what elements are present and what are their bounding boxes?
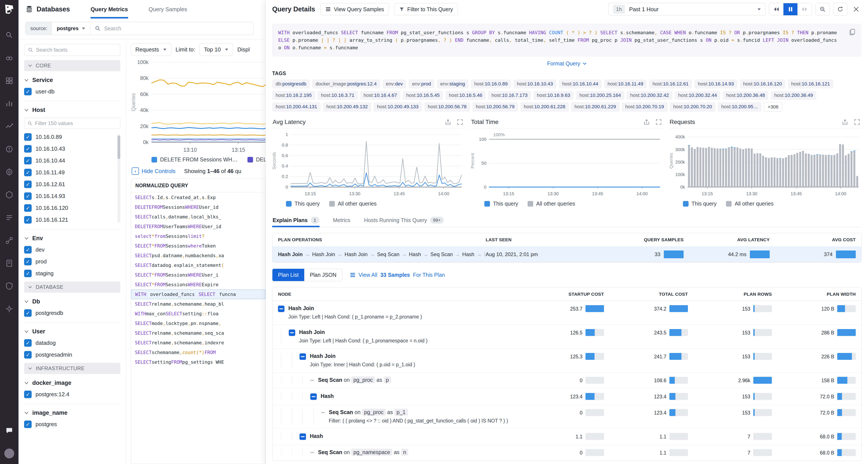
- legend-item[interactable]: DELETE: [247, 156, 266, 163]
- tag-pill[interactable]: host:10.16.3.71: [318, 91, 358, 100]
- legend-item[interactable]: All other queries: [329, 200, 377, 207]
- tag-pill[interactable]: host:10.16.14.93: [694, 80, 737, 88]
- checkbox-checked[interactable]: ✓: [24, 145, 32, 153]
- plan-row[interactable]: Hash Join→Hash Join→Hash Join→Seq Scan→H…: [272, 246, 861, 262]
- notebooks-icon[interactable]: [5, 259, 13, 267]
- tag-pill[interactable]: db:postgresdb: [272, 80, 310, 88]
- checkbox-checked[interactable]: ✓: [24, 88, 32, 95]
- normalized-query-row[interactable]: DELETE FROM Sessions WHERE User_id: [131, 202, 265, 212]
- tag-pill[interactable]: host:10.16.2.195: [272, 91, 315, 100]
- view-all-samples-link[interactable]: View All 33 Samples For This Plan: [350, 272, 445, 278]
- tag-pill[interactable]: env:staging: [437, 80, 468, 88]
- tag-pill[interactable]: host:10.200.95…: [718, 102, 762, 112]
- tag-pill[interactable]: host:10.200.56.79: [472, 102, 518, 112]
- tag-pill[interactable]: host:10.200.36.48: [723, 91, 768, 100]
- facet-value-dev[interactable]: ✓dev: [24, 246, 120, 253]
- export-icon[interactable]: [643, 119, 650, 125]
- normalized-query-row[interactable]: SELECT * FROM Sessions WHERE User_i: [131, 270, 265, 280]
- tag-pill[interactable]: host:10.200.49.133: [374, 102, 422, 112]
- normalized-query-row[interactable]: SELECT s. Id, s. Created_at, s. Exp: [131, 193, 265, 202]
- copy-icon[interactable]: [849, 28, 856, 36]
- tag-pill[interactable]: docker_image:postgres:12.4: [312, 80, 380, 88]
- normalized-query-row[interactable]: SELECT setting FROM pg_settings WHE: [131, 357, 265, 367]
- checkbox-checked[interactable]: ✓: [24, 258, 32, 265]
- tags-more-button[interactable]: +306: [764, 102, 782, 112]
- normalized-query-row[interactable]: SELECT psd.datname, numbackends, xa: [131, 251, 265, 260]
- tag-pill[interactable]: env:dev: [382, 80, 406, 88]
- checkbox-checked[interactable]: ✓: [24, 169, 32, 176]
- plan-node-row[interactable]: Hash JoinJoin Type: Inner | Hash Cond: (…: [272, 348, 861, 372]
- normalized-query-row[interactable]: SELECT relname, schemaname, indexre: [131, 338, 265, 347]
- tag-pill[interactable]: env:prod: [409, 80, 434, 88]
- expand-icon[interactable]: [655, 119, 662, 125]
- tag-pill[interactable]: host:10.200.44.131: [272, 102, 320, 112]
- search-icon[interactable]: [5, 31, 13, 39]
- normalized-query-row[interactable]: SELECT schemaname, count ( * ) FROM: [131, 347, 265, 357]
- legend-item[interactable]: This query: [286, 200, 320, 207]
- facet-value-10.16.0.89[interactable]: ✓10.16.0.89: [24, 133, 116, 141]
- normalized-query-row[interactable]: SELECT relname, schemaname, heap_bl: [131, 299, 265, 309]
- tag-pill[interactable]: host:10.200.61.228: [520, 102, 569, 112]
- facet-title-image_name[interactable]: image_name: [24, 409, 120, 416]
- watchdog-icon[interactable]: [5, 54, 13, 62]
- plan-node-row[interactable]: Seq Scan on pg_namespace as n01.1768.0 B: [272, 445, 861, 461]
- facet-value-postgresdb[interactable]: ✓postgresdb: [24, 309, 120, 317]
- plan-node-row[interactable]: Seq Scan on pg_proc as p_1Filter: ( ( pr…: [272, 405, 861, 429]
- facet-title-env[interactable]: Env: [24, 235, 120, 242]
- normalized-query-row[interactable]: SELECT calls, datname, local_blks_: [131, 212, 265, 222]
- time-range-select[interactable]: 1h Past 1 Hour: [609, 3, 766, 16]
- checkbox-checked[interactable]: ✓: [24, 421, 32, 428]
- search-input[interactable]: [104, 25, 249, 32]
- facet-title-db[interactable]: Db: [24, 298, 120, 305]
- limit-select[interactable]: Top 10: [199, 43, 233, 56]
- format-query-link[interactable]: Format Query: [547, 60, 587, 67]
- scrollbar[interactable]: [118, 134, 120, 223]
- collapse-node-icon[interactable]: [289, 330, 295, 336]
- monitors-icon[interactable]: [5, 145, 13, 153]
- normalized-query-row[interactable]: WITH overloaded_funcs SELECT funcna: [131, 289, 265, 299]
- facet-value-postgres[interactable]: ✓postgres: [24, 421, 120, 428]
- expand-icon[interactable]: [457, 119, 463, 125]
- facet-value-postgres:12.4[interactable]: ✓postgres:12.4: [24, 391, 120, 398]
- facet-value-datadog[interactable]: ✓datadog: [24, 339, 120, 347]
- close-panel-button[interactable]: [851, 3, 862, 16]
- facet-value-10.16.16.121[interactable]: ✓10.16.16.121: [24, 216, 116, 224]
- tag-pill[interactable]: host:10.16.4.67: [360, 91, 400, 100]
- checkbox-checked[interactable]: ✓: [24, 181, 32, 188]
- facet-value-10.16.11.49[interactable]: ✓10.16.11.49: [24, 169, 116, 176]
- facet-group-database[interactable]: DATABASE: [24, 281, 120, 293]
- hide-controls-button[interactable]: ‹ Hide Controls: [132, 167, 176, 175]
- tag-pill[interactable]: host:10.16.11.49: [604, 80, 647, 88]
- plan-node-row[interactable]: Seq Scan on pg_proc as p0108.62.96k158 B: [272, 372, 861, 389]
- tag-pill[interactable]: host:10.200.32.42: [627, 91, 673, 100]
- traces-icon[interactable]: [5, 122, 13, 130]
- facet-title-user[interactable]: User: [24, 328, 120, 335]
- tag-pill[interactable]: host:10.200.32.44: [675, 91, 720, 100]
- tag-pill[interactable]: host:10.16.10.43: [514, 80, 556, 88]
- metric-select[interactable]: Requests: [131, 43, 171, 56]
- checkbox-checked[interactable]: ✓: [24, 246, 32, 253]
- legend-item[interactable]: All other queries: [528, 200, 575, 207]
- facet-filter-input[interactable]: Filter 150 values: [24, 118, 120, 129]
- collapse-node-icon[interactable]: [300, 433, 306, 440]
- checkbox-checked[interactable]: ✓: [24, 270, 32, 277]
- checkbox-checked[interactable]: ✓: [24, 192, 32, 200]
- facet-value-prod[interactable]: ✓prod: [24, 258, 120, 265]
- tag-pill[interactable]: host:10.16.10.44: [559, 80, 602, 88]
- export-icon[interactable]: [445, 119, 451, 125]
- tab-metrics[interactable]: Metrics: [333, 213, 351, 227]
- facet-value-10.16.10.43[interactable]: ✓10.16.10.43: [24, 145, 116, 153]
- checkbox-checked[interactable]: ✓: [24, 216, 32, 224]
- tag-pill[interactable]: host:10.16.16.121: [788, 80, 833, 88]
- datadog-logo-icon[interactable]: [3, 3, 15, 15]
- facet-title-docker_image[interactable]: docker_image: [24, 380, 120, 386]
- plan-json-button[interactable]: Plan JSON: [304, 269, 342, 281]
- legend-item[interactable]: This query: [484, 200, 518, 207]
- view-query-samples-button[interactable]: View Query Samples: [320, 3, 389, 15]
- facet-value-postgresadmin[interactable]: ✓postgresadmin: [24, 351, 120, 359]
- facet-group-infrastructure[interactable]: INFRASTRUCTURE: [24, 363, 120, 374]
- forward-button[interactable]: [798, 3, 812, 15]
- source-select[interactable]: postgres: [52, 22, 90, 35]
- normalized-query-row[interactable]: SELECT * FROM Sessions WHERE Expire: [131, 280, 265, 289]
- facet-search[interactable]: Search facets: [24, 44, 120, 56]
